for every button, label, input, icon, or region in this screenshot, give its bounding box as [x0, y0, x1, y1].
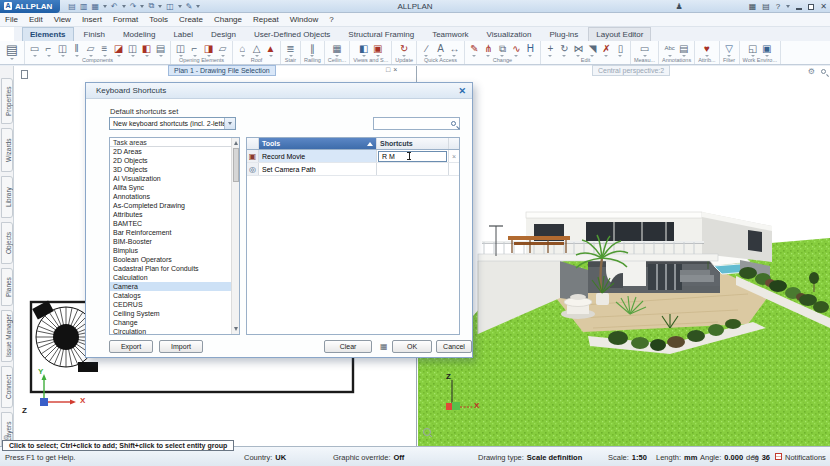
copy-icon[interactable]: ⧉ [148, 1, 154, 11]
menu-file[interactable]: File [5, 15, 18, 24]
menu-repeat[interactable]: Repeat [253, 15, 279, 24]
door-opening-icon[interactable]: ⌐ [188, 42, 201, 57]
window-opening-icon[interactable]: ◫ [174, 42, 187, 57]
opening-slab-icon[interactable]: ▱ [216, 42, 229, 57]
menu-insert[interactable]: Insert [82, 15, 102, 24]
redo-caret-icon[interactable] [140, 5, 144, 8]
help-icon[interactable]: ? [776, 0, 780, 13]
save-icon[interactable]: ▦ [91, 2, 99, 11]
page-icon[interactable]: ▤ [677, 42, 690, 57]
sections-icon[interactable]: ▣ [371, 42, 384, 57]
list-item[interactable]: As-Completed Drawing [110, 201, 239, 210]
new-document-icon[interactable]: ▤ [68, 2, 76, 11]
door-icon[interactable]: ⌐ [42, 42, 55, 57]
sidebar-item-library[interactable]: Library [1, 176, 13, 218]
panel-icon[interactable]: ▤ [154, 42, 167, 57]
tab-finish[interactable]: Finish [76, 27, 113, 41]
edit-pencil-icon[interactable]: ✎ [468, 42, 481, 57]
column-header-shortcuts[interactable]: Shortcuts [377, 138, 449, 149]
list-item[interactable]: Change [110, 318, 239, 327]
list-item[interactable]: Circulation [110, 327, 239, 335]
beam-icon[interactable]: ≡ [98, 42, 111, 57]
tab-structural-framing[interactable]: Structural Framing [340, 27, 422, 41]
search-icon[interactable] [821, 69, 826, 74]
menu-create[interactable]: Create [179, 15, 203, 24]
resize-icon[interactable]: ◥ [586, 42, 599, 57]
list-item[interactable]: Attributes [110, 210, 239, 219]
mirror-icon[interactable]: ⋈ [572, 42, 585, 57]
list-item[interactable]: Allfa Sync [110, 183, 239, 192]
list-item[interactable]: BAMTEC [110, 219, 239, 228]
shortcut-set-dropdown[interactable]: New keyboard shortcuts (incl. 2-letter) [109, 117, 236, 130]
list-item[interactable]: AI Visualization [110, 174, 239, 183]
menu-view[interactable]: View [54, 15, 71, 24]
menu-change[interactable]: Change [214, 15, 242, 24]
sidebar-item-issue-manager[interactable]: Issue Manager [1, 310, 13, 362]
window-icon[interactable]: ◫ [166, 2, 174, 11]
component-icon[interactable]: ◪ [112, 42, 125, 57]
clear-button[interactable]: Clear [324, 340, 372, 353]
menu-format[interactable]: Format [113, 15, 138, 24]
list-item[interactable]: Cadastral Plan for Conduits [110, 264, 239, 273]
move-icon[interactable]: + [544, 42, 557, 57]
list-item[interactable]: Bimplus [110, 246, 239, 255]
opening-icon[interactable]: ◫ [126, 42, 139, 57]
tab-modeling[interactable]: Modeling [115, 27, 163, 41]
copy-element-icon[interactable]: ⧉ [496, 42, 509, 57]
grid-icon[interactable]: ▦ [749, 0, 757, 13]
country-field[interactable]: Country: UK [244, 453, 286, 462]
recess-icon[interactable]: ◨ [202, 42, 215, 57]
work-env-display-icon[interactable]: ▣ [760, 42, 773, 57]
undo-icon[interactable]: ↶ [111, 2, 118, 11]
table-row[interactable]: ▣ Record Movie R M × [247, 150, 459, 163]
spline-icon[interactable]: ∿ [510, 42, 523, 57]
column-icon[interactable]: ‖ [70, 42, 83, 57]
task-area-list[interactable]: Task areas 2D Areas 2D Objects 3D Object… [109, 137, 240, 335]
menu-window[interactable]: Window [290, 15, 318, 24]
sidebar-item-connect[interactable]: Connect [1, 366, 13, 408]
railing-icon[interactable]: ∥ [306, 42, 319, 57]
ok-button[interactable]: OK [392, 340, 432, 353]
views-icon[interactable]: ◧ [357, 42, 370, 57]
perspective-view-label[interactable]: Central perspective:2 [592, 65, 670, 76]
list-item[interactable]: Bar Reinforcement [110, 228, 239, 237]
abc-icon[interactable]: Abc [663, 42, 676, 57]
measure-icon[interactable]: ▭ [638, 42, 651, 57]
user-account-icon[interactable]: ♟ [676, 2, 683, 11]
shortcut-search-input[interactable] [373, 117, 460, 130]
undo-caret-icon[interactable] [122, 5, 126, 8]
match-icon[interactable]: H [524, 42, 537, 57]
dropdown-button[interactable] [224, 118, 235, 129]
list-item[interactable]: BIM-Booster [110, 237, 239, 246]
cancel-button[interactable]: Cancel [436, 340, 472, 353]
tab-layout-editor[interactable]: Layout Editor [588, 27, 651, 41]
list-item[interactable]: Task areas [110, 138, 239, 147]
redo-icon[interactable]: ↷ [130, 2, 137, 11]
shortcut-edit-field[interactable]: R M [378, 151, 447, 162]
filter-icon[interactable]: ▽ [723, 42, 736, 57]
gear-icon[interactable]: ⚙ [808, 67, 815, 76]
window-element-icon[interactable]: ◫ [56, 42, 69, 57]
table-row[interactable]: ◎ Set Camera Path [247, 163, 459, 176]
tab-plug-ins[interactable]: Plug-ins [541, 27, 586, 41]
copy-caret-icon[interactable] [158, 5, 162, 8]
sidebar-item-objects[interactable]: Objects [1, 222, 13, 264]
wall-icon[interactable]: ▭ [28, 42, 41, 57]
graphic-override-field[interactable]: Graphic override: Off [333, 453, 404, 462]
window-caret-icon[interactable] [178, 5, 182, 8]
drawing-type-field[interactable]: Drawing type: Scale definition [478, 453, 582, 462]
skylight-icon[interactable]: ▲ [264, 42, 277, 57]
tab-elements[interactable]: Elements [22, 27, 74, 41]
scroll-up-icon[interactable] [234, 141, 238, 145]
minimize-button[interactable] [796, 8, 802, 10]
niche-icon[interactable]: ◧ [140, 42, 153, 57]
save-caret-icon[interactable] [103, 5, 107, 8]
scroll-down-icon[interactable] [234, 327, 238, 331]
qat-caret-icon[interactable] [196, 5, 200, 8]
open-icon[interactable]: ▥ [80, 2, 88, 11]
slab-icon[interactable]: ▱ [84, 42, 97, 57]
paste-icon[interactable]: ▯ [614, 42, 627, 57]
work-env-icon[interactable]: ◱ [746, 42, 759, 57]
text-icon[interactable]: A [434, 42, 447, 57]
delete-icon[interactable]: ✗ [600, 42, 613, 57]
